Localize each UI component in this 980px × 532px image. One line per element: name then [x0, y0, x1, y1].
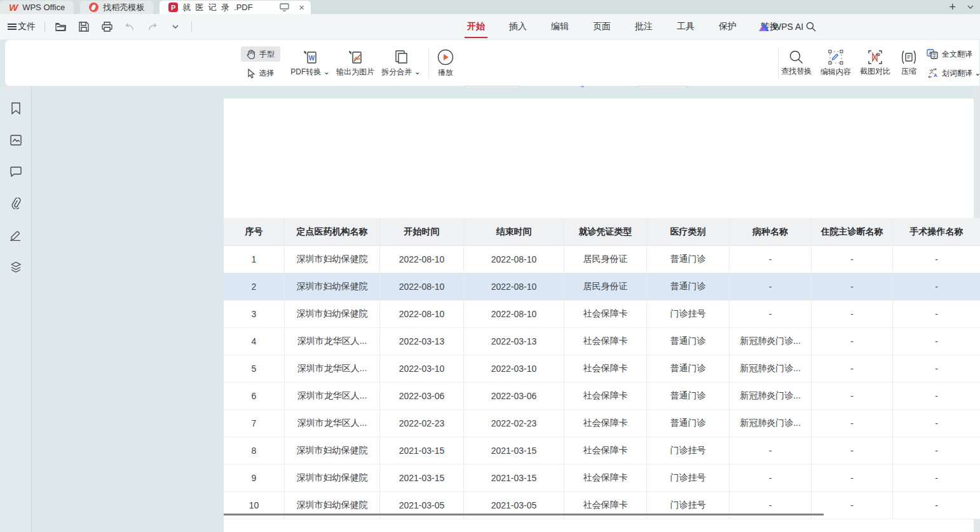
table-cell: 居民身份证	[564, 273, 647, 300]
find-replace-button[interactable]: 查找替换	[777, 45, 816, 82]
table-cell: 普通门诊	[647, 383, 730, 409]
tab-label: 找稻壳模板	[103, 2, 144, 13]
svg-text:字: 字	[932, 53, 937, 58]
table-cell: 2022-08-10	[464, 301, 564, 327]
table-cell: 2022-03-10	[380, 355, 464, 382]
save-icon[interactable]	[77, 20, 91, 34]
open-file-icon[interactable]	[54, 20, 68, 34]
signature-pen-icon[interactable]	[8, 227, 24, 243]
table-cell: -	[893, 355, 980, 382]
edit-content-button[interactable]: 编辑内容	[816, 45, 855, 82]
menu-bar: 文件 开始 插入 编辑 页面 批注 工具 保护 转换 W	[0, 14, 980, 39]
table-cell: -	[893, 246, 980, 273]
medical-records-table: 序号定点医药机构名称开始时间结束时间就诊凭证类型医疗类别病种名称住院主诊断名称手…	[224, 218, 980, 519]
hand-tool-button[interactable]: 手型	[241, 46, 280, 62]
wps-ai-label: WPS AI	[773, 22, 803, 32]
play-icon	[437, 49, 454, 65]
bookmark-icon[interactable]	[8, 100, 24, 116]
table-cell: 深圳市妇幼保健院	[285, 437, 380, 464]
table-cell: -	[730, 301, 812, 327]
thumbnail-icon[interactable]	[8, 132, 24, 148]
table-cell: 普通门诊	[647, 246, 730, 273]
table-cell: 1	[224, 246, 285, 273]
menu-protect[interactable]: 保护	[718, 20, 738, 34]
divider	[191, 22, 192, 32]
table-row: 9深圳市妇幼保健院2021-03-152021-03-15社会保障卡门诊挂号--…	[224, 465, 980, 492]
table-cell: 社会保障卡	[564, 328, 647, 355]
word-translate-label: 划词翻译	[942, 69, 972, 78]
table-cell: 社会保障卡	[564, 465, 647, 491]
redo-icon[interactable]	[146, 20, 160, 34]
select-tool-label: 选择	[259, 68, 275, 79]
table-cell: 社会保障卡	[564, 301, 647, 327]
table-header-cell: 医疗类别	[647, 218, 730, 245]
attachment-icon[interactable]	[8, 195, 24, 212]
table-cell: -	[812, 492, 893, 519]
hand-tool-label: 手型	[259, 49, 275, 60]
table-cell: 2022-08-10	[464, 246, 564, 273]
screenshot-compare-icon	[868, 50, 883, 64]
table-cell: 深圳市妇幼保健院	[285, 465, 380, 491]
tab-wps-office[interactable]: W WPS Office	[0, 1, 74, 14]
svg-text:W: W	[309, 55, 315, 62]
menu-home[interactable]: 开始	[466, 20, 486, 34]
table-cell: 2	[224, 273, 285, 300]
table-header-cell: 序号	[224, 218, 285, 245]
table-cell: 普通门诊	[647, 410, 730, 437]
table-cell: -	[893, 383, 980, 409]
tab-list-chevron-icon[interactable]	[963, 0, 977, 14]
table-cell: 2022-03-06	[464, 383, 564, 409]
split-merge-button[interactable]: 拆分合并 ⌄	[379, 45, 423, 82]
table-cell: 2021-03-15	[380, 437, 464, 464]
more-actions-chevron-icon[interactable]	[168, 20, 182, 34]
table-cell: 2022-08-10	[380, 273, 464, 300]
divider	[428, 48, 429, 78]
table-cell: -	[812, 355, 893, 382]
compress-button[interactable]: 压缩	[894, 45, 924, 82]
table-cell: 8	[224, 437, 285, 464]
menu-tools[interactable]: 工具	[676, 20, 696, 34]
wps-ai-button[interactable]: WPS AI	[759, 14, 803, 39]
new-tab-button[interactable]: +	[946, 1, 958, 13]
tab-close-icon[interactable]: ×	[299, 2, 304, 13]
layers-icon[interactable]	[8, 259, 24, 275]
screenshot-compare-button[interactable]: 截图对比	[855, 45, 895, 82]
table-cell: 2022-02-23	[380, 410, 464, 437]
menu-comment[interactable]: 批注	[634, 20, 654, 34]
comment-icon[interactable]	[8, 163, 24, 180]
undo-icon[interactable]	[123, 20, 137, 34]
play-button[interactable]: 播放	[430, 45, 461, 82]
tab-label: WPS Office	[22, 3, 65, 12]
full-translate-button[interactable]: A字 全文翻译	[927, 46, 972, 62]
table-cell: 2022-03-13	[464, 328, 564, 355]
table-cell: 社会保障卡	[564, 437, 647, 464]
file-menu-button[interactable]: 文件	[8, 21, 36, 32]
export-image-button[interactable]: 输出为图片	[332, 45, 379, 82]
table-cell: 深圳市龙华区人...	[285, 355, 380, 382]
table-cell: -	[893, 328, 980, 355]
pdf-convert-button[interactable]: W PDF转换 ⌄	[290, 45, 330, 82]
find-replace-icon	[789, 50, 803, 64]
select-tool-button[interactable]: 选择	[241, 65, 280, 81]
print-icon[interactable]	[100, 20, 114, 34]
global-search-button[interactable]	[806, 14, 816, 39]
table-cell: -	[812, 383, 893, 409]
monitor-icon[interactable]	[277, 1, 291, 15]
table-bottom-border	[224, 514, 824, 515]
ribbon-menus: 开始 插入 编辑 页面 批注 工具 保护 转换	[466, 14, 780, 39]
table-row: 2深圳市妇幼保健院2022-08-102022-08-10居民身份证普通门诊--…	[224, 273, 980, 301]
menu-insert[interactable]: 插入	[508, 20, 528, 34]
menu-edit[interactable]: 编辑	[550, 20, 570, 34]
hamburger-icon	[8, 24, 17, 30]
menu-page[interactable]: 页面	[592, 20, 612, 34]
word-translate-button[interactable]: 文A 划词翻译 ⌄	[927, 65, 980, 81]
table-cell: -	[893, 410, 980, 437]
table-cell: 5	[224, 355, 285, 382]
table-cell: 2022-08-10	[464, 273, 564, 300]
tab-docer-template[interactable]: 找稻壳模板	[80, 1, 153, 14]
table-header-cell: 定点医药机构名称	[285, 218, 380, 245]
table-header-cell: 住院主诊断名称	[812, 218, 893, 245]
find-replace-label: 查找替换	[781, 66, 812, 77]
tab-pdf-document[interactable]: P 就 医 记 录 .PDF ×	[160, 1, 311, 14]
table-cell: -	[812, 301, 893, 327]
